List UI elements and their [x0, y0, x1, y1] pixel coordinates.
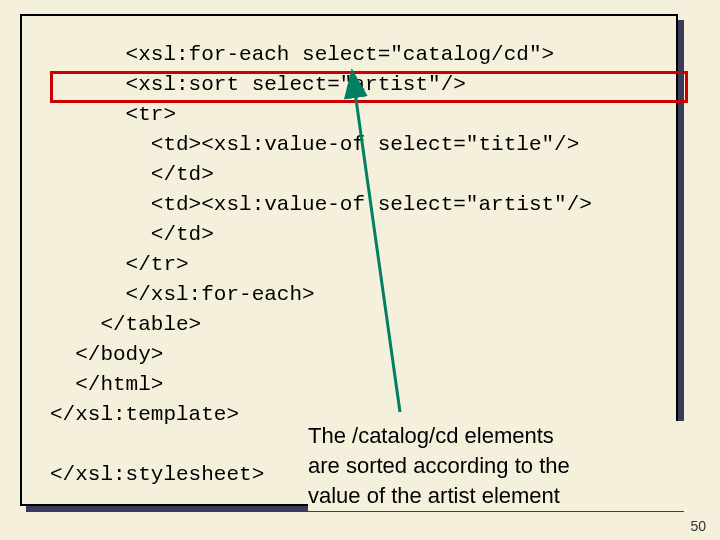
page-number: 50 — [690, 518, 706, 534]
code-line: <tr> — [50, 103, 176, 126]
code-line: <td><xsl:value-of select="title"/> — [50, 133, 579, 156]
code-line: <td><xsl:value-of select="artist"/> — [50, 193, 592, 216]
callout-line: are sorted according to the — [308, 451, 688, 481]
code-line: </html> — [50, 373, 163, 396]
code-line: </body> — [50, 343, 163, 366]
code-line: </xsl:template> — [50, 403, 239, 426]
code-line: </xsl:for-each> — [50, 283, 315, 306]
highlight-rect — [50, 71, 688, 103]
callout-line: value of the artist element — [308, 481, 688, 511]
code-line: </td> — [50, 223, 214, 246]
code-line: <xsl:for-each select="catalog/cd"> — [50, 43, 554, 66]
slide-container: <xsl:for-each select="catalog/cd"> <xsl:… — [0, 0, 720, 540]
code-line: </table> — [50, 313, 201, 336]
code-line: </tr> — [50, 253, 189, 276]
callout-text: The /catalog/cd elements are sorted acco… — [308, 421, 688, 511]
code-line: </td> — [50, 163, 214, 186]
code-line: </xsl:stylesheet> — [50, 463, 264, 486]
callout-line: The /catalog/cd elements — [308, 421, 688, 451]
code-panel: <xsl:for-each select="catalog/cd"> <xsl:… — [20, 14, 678, 506]
